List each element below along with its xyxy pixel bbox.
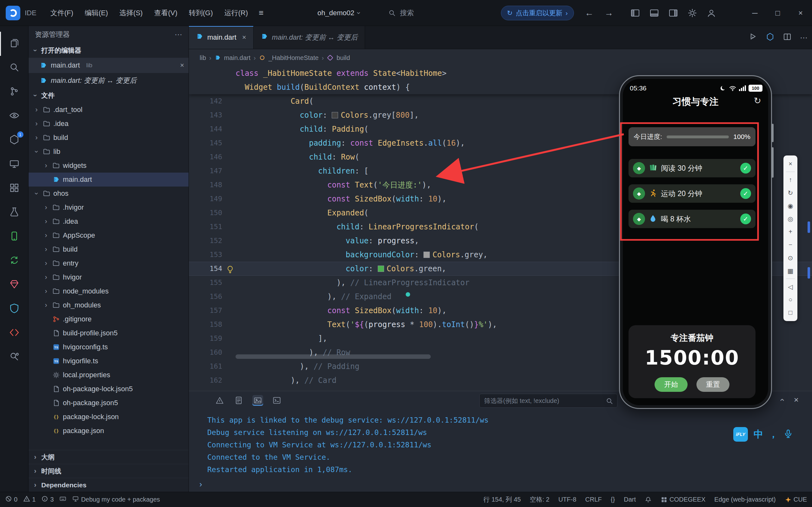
close-window-button[interactable]: × [789, 0, 812, 26]
tree-item-hvigorfile.ts[interactable]: TShvigorfile.ts [29, 354, 188, 368]
tab-close-icon[interactable]: × [242, 33, 246, 42]
scroll-top-icon[interactable]: ↑ [783, 173, 797, 186]
tree-item-build-profile.json5[interactable]: build-profile.json5 [29, 326, 188, 340]
tree-item-entry[interactable]: ›entry [29, 257, 188, 270]
tree-item-oh_modules[interactable]: ›oh_modules [29, 298, 188, 312]
status-Dart[interactable]: Dart [624, 496, 636, 503]
app-refresh-icon[interactable]: ↻ [754, 96, 761, 106]
tree-item-.dart_tool[interactable]: ›.dart_tool [29, 103, 188, 117]
collapse-panel-icon[interactable]: › [777, 398, 787, 401]
tree-item-build[interactable]: ›build [29, 242, 188, 257]
sidebar-section-大纲[interactable]: ›大纲 [29, 450, 188, 464]
maximize-button[interactable]: □ [766, 0, 789, 26]
chevron-right-icon[interactable]: › [43, 245, 50, 253]
problems-infos[interactable]: 3 [41, 495, 54, 504]
ime-language-toggle[interactable]: 中 [754, 428, 763, 441]
status-行 154, 列 45[interactable]: 行 154, 列 45 [483, 495, 521, 504]
code-search-icon[interactable] [0, 345, 29, 369]
tree-item-.idea[interactable]: ›.idea [29, 215, 188, 228]
tree-item-oh-package-lock.json5[interactable]: oh-package-lock.json5 [29, 382, 188, 396]
tab-main-dart[interactable]: main.dart × [189, 26, 254, 49]
close-icon[interactable]: × [783, 157, 797, 170]
chevron-right-icon[interactable]: › [43, 259, 50, 268]
status-UTF-8[interactable]: UTF-8 [558, 496, 577, 503]
status-{}[interactable]: {} [611, 496, 615, 503]
power-icon[interactable]: ⊙ [783, 251, 797, 264]
debug-status[interactable]: Debug my code + packages [72, 495, 160, 504]
keyboard-status[interactable] [59, 495, 66, 504]
console-prompt-icon[interactable]: › [199, 480, 202, 489]
rotate-icon[interactable]: ↻ [783, 186, 797, 199]
run-button-icon[interactable] [749, 33, 757, 43]
breadcrumb-item[interactable]: lib [200, 54, 206, 62]
chevron-down-icon[interactable]: › [33, 190, 41, 197]
status-bell[interactable] [645, 496, 652, 503]
status-CRLF[interactable]: CRLF [585, 496, 602, 503]
open-editor-item[interactable]: main.dart: 变更前 ↔ 变更后 [29, 73, 188, 88]
ime-logo-icon[interactable]: iFLY [733, 427, 748, 442]
breadcrumb[interactable]: lib›main.dart›_HabitHomeState›build [189, 49, 812, 66]
green-sync-icon[interactable] [0, 249, 29, 273]
source-control-icon[interactable] [0, 80, 29, 104]
record-icon[interactable]: ◉ [783, 199, 797, 212]
tree-item-hvigorconfig.ts[interactable]: TShvigorconfig.ts [29, 340, 188, 354]
chevron-right-icon[interactable]: › [43, 301, 50, 309]
habit-item[interactable]: ◆阅读 30 分钟✓ [629, 159, 756, 177]
chevron-right-icon[interactable]: › [33, 120, 40, 128]
tree-item-build[interactable]: ›build [29, 131, 188, 145]
home-icon[interactable]: ○ [783, 293, 797, 306]
status-空格: 2[interactable]: 空格: 2 [530, 495, 549, 504]
breadcrumb-item[interactable]: _HabitHomeState [269, 54, 319, 62]
habit-check-icon[interactable]: ✓ [740, 188, 751, 199]
status-CODEGEEX[interactable]: CODEGEEX [661, 496, 705, 503]
location-icon[interactable]: ◎ [783, 212, 797, 225]
close-icon[interactable]: × [180, 61, 184, 69]
chevron-right-icon[interactable]: › [43, 162, 50, 170]
menu-item[interactable]: 编辑(E) [79, 6, 114, 20]
chevron-right-icon[interactable]: › [43, 273, 50, 281]
tree-item-package.json[interactable]: {}package.json [29, 424, 188, 438]
tree-item-package-lock.json[interactable]: {}package-lock.json [29, 410, 188, 424]
app-grid-icon[interactable] [0, 176, 29, 201]
lightbulb-icon[interactable] [226, 264, 234, 273]
problems-errors[interactable]: 0 [5, 495, 17, 504]
menu-item[interactable]: 查看(V) [148, 6, 183, 20]
tree-item-oh-package.json5[interactable]: oh-package.json5 [29, 396, 188, 410]
tree-item-main.dart[interactable]: main.dart [29, 173, 188, 186]
chevron-right-icon[interactable]: › [33, 106, 40, 114]
green-device-icon[interactable] [0, 225, 29, 249]
back-arrow-button[interactable]: ← [585, 8, 594, 18]
console-filter-input[interactable] [479, 394, 617, 408]
hamburger-icon[interactable]: ≡ [254, 5, 269, 20]
debug-console-icon[interactable] [252, 395, 263, 406]
tree-item-ohos[interactable]: ›ohos [29, 186, 188, 201]
terminal-icon[interactable] [271, 395, 282, 406]
tab-main-dart-diff[interactable]: main.dart: 变更前 ↔ 变更后 [254, 26, 365, 49]
forward-arrow-button[interactable]: → [604, 8, 613, 18]
habit-check-icon[interactable]: ✓ [740, 163, 751, 174]
extensions-icon[interactable]: 1 [0, 128, 29, 152]
menu-item[interactable]: 运行(R) [219, 6, 254, 20]
toggle-sidebar-icon[interactable] [630, 8, 640, 18]
chevron-down-icon[interactable]: › [33, 148, 41, 155]
files-section-header[interactable]: › 文件 [29, 88, 188, 103]
menu-item[interactable]: 选择(S) [114, 6, 148, 20]
red-brackets-icon[interactable] [0, 321, 29, 345]
minimize-button[interactable]: ─ [744, 0, 766, 26]
problems-warnings[interactable]: 1 [23, 495, 36, 504]
horizontal-scrollbar[interactable] [235, 354, 431, 359]
open-editors-header[interactable]: › 打开的编辑器 [29, 43, 188, 58]
chevron-right-icon[interactable]: › [43, 217, 50, 226]
problems-icon[interactable] [214, 395, 225, 406]
toggle-panel-icon[interactable] [649, 8, 659, 18]
close-panel-icon[interactable]: × [794, 395, 799, 405]
habit-item[interactable]: ◆喝 8 杯水✓ [629, 210, 756, 228]
breadcrumb-item[interactable]: build [336, 54, 350, 62]
ime-punctuation-icon[interactable]: ， [769, 428, 778, 440]
project-selector[interactable]: oh_demo02 › [317, 0, 360, 26]
tree-item-widgets[interactable]: ›widgets [29, 159, 188, 173]
plugin-icon[interactable] [766, 33, 774, 43]
tree-item-.idea[interactable]: ›.idea [29, 117, 188, 131]
explorer-icon[interactable] [0, 32, 29, 56]
reset-button[interactable]: 重置 [696, 377, 729, 392]
